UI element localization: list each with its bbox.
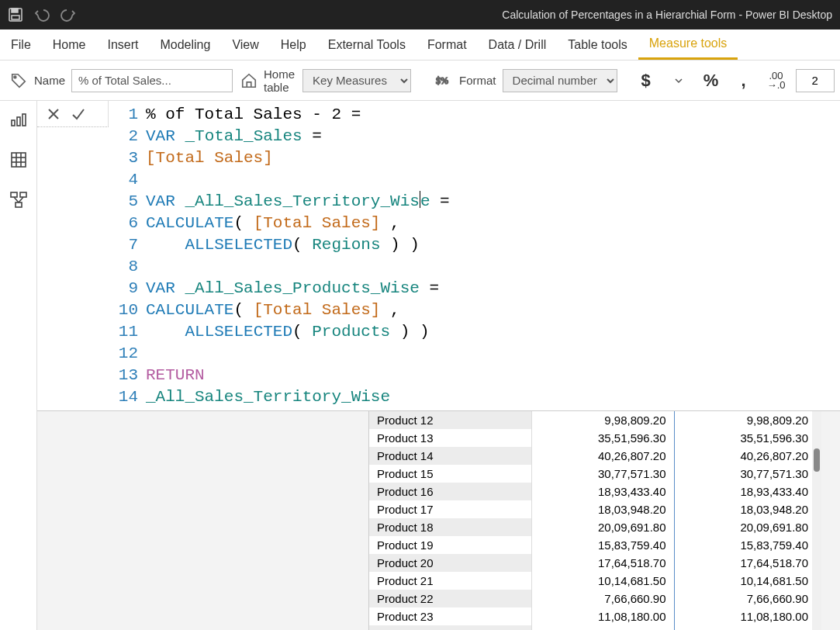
tab-insert[interactable]: Insert: [96, 29, 149, 60]
tab-measure-tools[interactable]: Measure tools: [638, 29, 738, 60]
line-number: 2: [109, 126, 146, 147]
currency-dropdown-icon[interactable]: [665, 68, 692, 94]
formula-editor[interactable]: 1% of Total Sales - 2 =2VAR _Total_Sales…: [37, 101, 840, 411]
tab-help[interactable]: Help: [270, 29, 317, 60]
svg-line-16: [14, 197, 19, 202]
table-row[interactable]: Product 1335,51,596.3035,51,596.30: [369, 429, 817, 447]
line-number: 14: [109, 386, 146, 408]
decimal-places-icon: .00→.0: [763, 68, 790, 94]
measure-toolbar: Name Home table Key Measures $% Format D…: [0, 61, 840, 101]
save-icon[interactable]: [8, 7, 23, 22]
table-row[interactable]: Product 2110,14,681.5010,14,681.50: [369, 572, 817, 590]
line-number: 5: [109, 191, 146, 213]
tab-table-tools[interactable]: Table tools: [557, 29, 638, 60]
name-label: Name: [34, 74, 65, 87]
svg-rect-2: [12, 16, 19, 19]
svg-rect-1: [12, 9, 18, 12]
report-view-icon[interactable]: [6, 107, 31, 132]
scrollbar-thumb[interactable]: [814, 448, 820, 472]
model-view-icon[interactable]: [6, 188, 31, 213]
commit-formula-button[interactable]: [68, 104, 88, 124]
percent-button[interactable]: %: [698, 68, 724, 94]
format-label: Format: [459, 74, 496, 87]
svg-rect-15: [16, 202, 22, 207]
table-row[interactable]: Product 246,99,131.606,99,131.60: [369, 625, 817, 630]
table-row[interactable]: Product 1440,26,807.2040,26,807.20: [369, 447, 817, 465]
table-row[interactable]: Product 2311,08,180.0011,08,180.00: [369, 608, 817, 625]
currency-button[interactable]: $: [633, 68, 659, 94]
tab-external-tools[interactable]: External Tools: [317, 29, 417, 60]
view-rail: [0, 101, 37, 630]
svg-point-3: [14, 76, 16, 78]
table-row[interactable]: Product 1530,77,571.3030,77,571.30: [369, 465, 817, 483]
cancel-formula-button[interactable]: [43, 104, 64, 124]
window-title: Calculation of Percentages in a Hierarch…: [502, 9, 832, 21]
line-number: 9: [109, 278, 146, 299]
decimal-places-input[interactable]: [796, 69, 835, 92]
svg-rect-5: [12, 120, 15, 126]
line-number: 8: [109, 256, 146, 278]
svg-line-17: [19, 197, 23, 202]
tab-data-drill[interactable]: Data / Drill: [478, 29, 558, 60]
line-number: 11: [109, 321, 146, 343]
tab-home[interactable]: Home: [42, 29, 97, 60]
table-row[interactable]: Product 1820,09,691.8020,09,691.80: [369, 518, 817, 536]
svg-rect-6: [17, 117, 20, 126]
svg-rect-7: [22, 114, 26, 126]
line-number: 1: [109, 104, 146, 126]
tag-icon: [9, 71, 28, 90]
undo-icon[interactable]: [34, 7, 50, 22]
svg-text:$%: $%: [436, 75, 448, 86]
tab-file[interactable]: File: [0, 29, 42, 60]
line-number: 12: [109, 343, 146, 365]
format-icon: $%: [434, 71, 453, 90]
line-number: 13: [109, 365, 146, 386]
table-row[interactable]: Product 2017,64,518.7017,64,518.70: [369, 554, 817, 572]
line-number: 6: [109, 213, 146, 234]
thousands-button[interactable]: ,: [731, 68, 757, 94]
svg-rect-13: [11, 192, 17, 197]
redo-icon[interactable]: [60, 7, 76, 22]
titlebar: Calculation of Percentages in a Hierarch…: [0, 0, 840, 29]
ribbon-tabs: FileHomeInsertModelingViewHelpExternal T…: [0, 29, 840, 61]
table-row[interactable]: Product 1618,93,433.4018,93,433.40: [369, 483, 817, 500]
table-row[interactable]: Product 129,98,809.209,98,809.20: [369, 411, 817, 429]
line-number: 3: [109, 147, 146, 169]
line-number: 7: [109, 234, 146, 256]
home-table-select[interactable]: Key Measures: [302, 69, 411, 92]
format-select[interactable]: Decimal number: [503, 69, 617, 92]
line-number: 10: [109, 299, 146, 321]
svg-rect-8: [12, 153, 26, 167]
data-view-icon[interactable]: [6, 147, 31, 172]
home-icon: [240, 71, 258, 90]
line-number: 4: [109, 169, 146, 191]
table-scrollbar[interactable]: [812, 411, 821, 630]
table-row[interactable]: Product 227,66,660.907,66,660.90: [369, 590, 817, 608]
measure-name-input[interactable]: [71, 69, 233, 92]
svg-rect-14: [20, 192, 26, 197]
tab-view[interactable]: View: [221, 29, 269, 60]
dax-code[interactable]: 1% of Total Sales - 2 =2VAR _Total_Sales…: [109, 101, 840, 410]
tab-format[interactable]: Format: [417, 29, 478, 60]
table-row[interactable]: Product 1915,83,759.4015,83,759.40: [369, 536, 817, 554]
tab-modeling[interactable]: Modeling: [149, 29, 221, 60]
home-table-label: Home table: [264, 68, 296, 94]
table-row[interactable]: Product 1718,03,948.2018,03,948.20: [369, 500, 817, 518]
result-table[interactable]: Product 129,98,809.209,98,809.20Product …: [368, 411, 817, 630]
text-cursor: [420, 191, 420, 208]
